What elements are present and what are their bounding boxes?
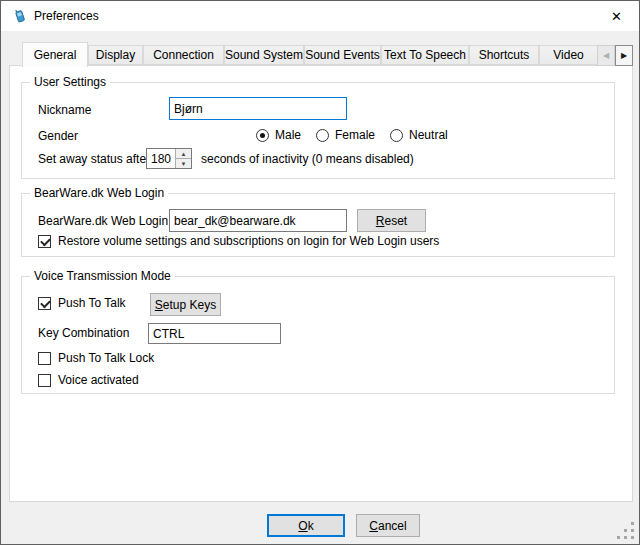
tab-shortcuts[interactable]: Shortcuts <box>469 45 539 65</box>
setup-keys-button[interactable]: Setup Keys <box>150 293 221 316</box>
checkbox-icon <box>38 235 51 248</box>
radio-label: Male <box>275 128 301 142</box>
tab-video[interactable]: Video <box>539 45 598 65</box>
spin-up-button[interactable]: ▲ <box>176 149 191 159</box>
reset-button[interactable]: Reset <box>357 209 426 232</box>
window-title: Preferences <box>34 1 99 31</box>
teamtalk-app-icon <box>12 8 28 24</box>
away-seconds-input[interactable] <box>147 149 175 168</box>
spin-down-button[interactable]: ▼ <box>176 159 191 168</box>
cancel-button[interactable]: Cancel <box>356 514 420 537</box>
key-combination-label: Key Combination <box>38 326 129 340</box>
push-to-talk-checkbox[interactable]: Push To Talk <box>38 296 126 310</box>
checkbox-icon <box>38 374 51 387</box>
web-login-id-label: BearWare.dk Web Login ID <box>38 214 183 228</box>
radio-label: Neutral <box>409 128 448 142</box>
tab-display[interactable]: Display <box>88 45 143 65</box>
tab-scroll-left-button[interactable]: ◀ <box>597 45 615 66</box>
group-title: User Settings <box>30 75 110 89</box>
tab-sound-system[interactable]: Sound System <box>224 45 304 65</box>
radio-label: Female <box>335 128 375 142</box>
tab-label: Sound System <box>225 48 303 62</box>
close-button[interactable]: ✕ <box>594 1 639 31</box>
nickname-input[interactable] <box>169 97 347 120</box>
gender-label: Gender <box>38 129 78 143</box>
checkbox-icon <box>38 352 51 365</box>
nickname-label: Nickname <box>38 103 91 117</box>
group-title: Voice Transmission Mode <box>30 269 175 283</box>
web-login-group: BearWare.dk Web Login BearWare.dk Web Lo… <box>21 193 615 257</box>
key-combination-input[interactable] <box>148 323 281 344</box>
ok-button[interactable]: Ok <box>267 514 345 537</box>
web-login-id-input[interactable] <box>169 209 347 232</box>
tab-scroll-right-button[interactable]: ▶ <box>615 45 633 66</box>
group-title: BearWare.dk Web Login <box>30 186 168 200</box>
resize-grip[interactable] <box>616 522 634 540</box>
away-seconds-spinner: ▲ ▼ <box>146 148 192 169</box>
tab-label: Text To Speech <box>384 48 466 62</box>
tab-label: Video <box>553 48 583 62</box>
radio-icon <box>256 129 269 142</box>
spin-up-icon: ▲ <box>181 151 187 157</box>
scroll-right-icon: ▶ <box>621 51 627 60</box>
restore-volume-checkbox[interactable]: Restore volume settings and subscription… <box>38 234 439 248</box>
spinner-buttons: ▲ ▼ <box>175 149 191 168</box>
away-status-suffix-label: seconds of inactivity (0 means disabled) <box>201 152 414 166</box>
user-settings-group: User Settings Nickname Gender Male Femal… <box>21 82 615 179</box>
spin-down-icon: ▼ <box>181 161 187 167</box>
tab-text-to-speech[interactable]: Text To Speech <box>381 45 469 65</box>
gender-radio-group: Male Female Neutral <box>256 128 448 142</box>
checkbox-icon <box>38 297 51 310</box>
push-to-talk-lock-checkbox[interactable]: Push To Talk Lock <box>38 351 154 365</box>
tab-label: Sound Events <box>305 48 380 62</box>
gender-radio-male[interactable]: Male <box>256 128 301 142</box>
tab-label: Shortcuts <box>479 48 530 62</box>
tab-label: Connection <box>153 48 214 62</box>
tab-sound-events[interactable]: Sound Events <box>304 45 381 65</box>
close-icon: ✕ <box>611 9 622 24</box>
tab-label: General <box>34 48 77 62</box>
title-bar[interactable]: Preferences ✕ <box>1 1 639 31</box>
checkbox-label: Restore volume settings and subscription… <box>58 234 439 248</box>
gender-radio-female[interactable]: Female <box>316 128 375 142</box>
checkbox-label: Push To Talk <box>58 296 126 310</box>
tab-connection[interactable]: Connection <box>143 45 224 65</box>
checkbox-label: Push To Talk Lock <box>58 351 154 365</box>
radio-icon <box>390 129 403 142</box>
tab-general[interactable]: General <box>22 42 88 67</box>
voice-activated-checkbox[interactable]: Voice activated <box>38 373 139 387</box>
tab-label: Display <box>96 48 135 62</box>
general-tab-pane: User Settings Nickname Gender Male Femal… <box>9 65 633 502</box>
voice-transmission-group: Voice Transmission Mode Push To Talk Set… <box>21 276 615 394</box>
gender-radio-neutral[interactable]: Neutral <box>390 128 448 142</box>
checkbox-label: Voice activated <box>58 373 139 387</box>
preferences-dialog: Preferences ✕ General Display Connection… <box>0 0 640 545</box>
radio-icon <box>316 129 329 142</box>
away-status-label: Set away status after <box>38 152 150 166</box>
scroll-left-icon: ◀ <box>603 51 609 60</box>
